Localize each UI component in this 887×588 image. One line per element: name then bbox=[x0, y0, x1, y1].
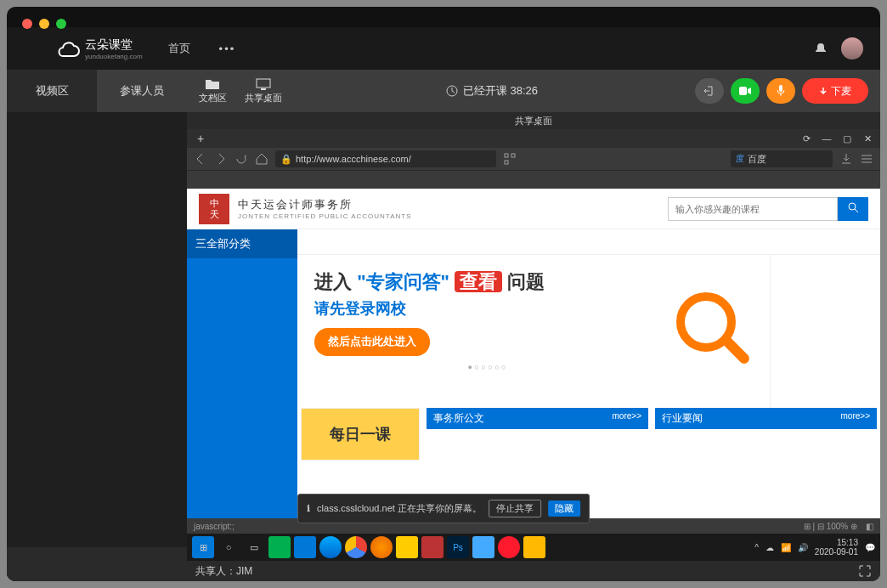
chrome-icon[interactable] bbox=[345, 536, 367, 558]
taskview-icon[interactable]: ▭ bbox=[243, 536, 265, 558]
window-min[interactable]: — bbox=[817, 131, 836, 146]
notifications-icon[interactable]: 💬 bbox=[865, 543, 875, 552]
ps-icon[interactable]: Ps bbox=[447, 536, 469, 558]
window-max[interactable]: ▢ bbox=[838, 131, 856, 146]
roles-panel bbox=[770, 255, 880, 408]
camera-button[interactable] bbox=[731, 78, 760, 104]
class-status-text: 已经开课 38:26 bbox=[463, 83, 538, 99]
split-icon[interactable]: ◧ bbox=[866, 522, 873, 531]
reload-icon[interactable] bbox=[234, 152, 248, 166]
news1-header: 事务所公文 bbox=[433, 411, 484, 426]
hero-q2: " bbox=[441, 271, 449, 292]
tray-up-icon[interactable]: ^ bbox=[754, 543, 759, 552]
nav-more[interactable]: ••• bbox=[207, 27, 248, 70]
qr-icon[interactable] bbox=[503, 152, 517, 166]
zoom-controls[interactable]: ⊞ | ⊟ 100% ⊕ bbox=[804, 522, 857, 531]
hero-expert: 专家问答 bbox=[366, 271, 441, 292]
news2-more[interactable]: more>> bbox=[841, 411, 870, 426]
down-mic-button[interactable]: 下麦 bbox=[802, 78, 868, 104]
edge-icon[interactable] bbox=[319, 536, 342, 558]
back-icon[interactable] bbox=[194, 152, 207, 166]
hero-q1: " bbox=[357, 271, 365, 292]
svg-rect-3 bbox=[739, 87, 747, 95]
mac-max[interactable] bbox=[56, 19, 66, 29]
tab-participants[interactable]: 参课人员 bbox=[97, 70, 187, 112]
app-icon[interactable] bbox=[421, 536, 444, 558]
nav-首页[interactable]: 首页 bbox=[156, 27, 202, 70]
menu-icon[interactable] bbox=[860, 152, 873, 166]
toolbar-row: 视频区 参课人员 文档区 共享桌面 已经开课 38:26 下麦 bbox=[7, 70, 880, 112]
brand-name: 中天运会计师事务所 bbox=[238, 197, 412, 212]
clock[interactable]: 15:13 2020-09-01 bbox=[815, 538, 858, 557]
tray-wifi-icon[interactable]: 📶 bbox=[781, 543, 791, 552]
app-icon[interactable] bbox=[294, 536, 316, 558]
svg-rect-4 bbox=[779, 85, 782, 92]
search-icon[interactable]: ○ bbox=[218, 536, 240, 558]
app-icon[interactable] bbox=[396, 536, 418, 558]
tool-share-desktop[interactable]: 共享桌面 bbox=[238, 75, 289, 108]
new-tab-button[interactable]: + bbox=[192, 132, 209, 145]
category-header: 三全部分类 bbox=[187, 229, 297, 258]
hero-button[interactable]: 然后点击此处进入 bbox=[314, 328, 430, 356]
clock-icon bbox=[446, 85, 458, 97]
explorer-icon[interactable] bbox=[523, 536, 545, 558]
tray-onedrive-icon[interactable]: ☁ bbox=[766, 543, 774, 552]
tool-share-label: 共享桌面 bbox=[245, 93, 282, 103]
hero-banner: 进入 "专家问答" 查看 问题 请先登录网校 然后点击此处进入 ● ○ ○ ○ … bbox=[314, 267, 659, 396]
brand-sub: JONTEN CERTIFIED PUBLIC ACCOUNTANTS bbox=[238, 212, 412, 220]
svg-rect-0 bbox=[257, 79, 270, 88]
windows-taskbar: ⊞ ○ ▭ Ps ^ ☁ bbox=[187, 534, 880, 561]
tray-vol-icon[interactable]: 🔊 bbox=[798, 543, 808, 552]
start-button[interactable]: ⊞ bbox=[192, 536, 214, 558]
opera-icon[interactable] bbox=[498, 536, 520, 558]
download-icon[interactable] bbox=[839, 152, 853, 166]
firefox-icon[interactable] bbox=[370, 536, 393, 558]
clock-date: 2020-09-01 bbox=[815, 547, 858, 557]
browser-search[interactable]: 度 百度 bbox=[731, 150, 833, 167]
mic-button[interactable] bbox=[766, 78, 795, 104]
search-placeholder: 百度 bbox=[748, 153, 766, 166]
mac-min[interactable] bbox=[39, 19, 49, 29]
carousel-dots[interactable]: ● ○ ○ ○ ○ ○ bbox=[314, 361, 659, 373]
screen-share-dialog: ℹ class.csslcloud.net 正在共享你的屏幕。 停止共享 隐藏 bbox=[297, 494, 590, 523]
magnifier-icon bbox=[676, 292, 736, 352]
class-status: 已经开课 38:26 bbox=[446, 83, 538, 99]
app-icon[interactable] bbox=[268, 536, 291, 558]
search-button[interactable] bbox=[838, 197, 868, 221]
tool-documents[interactable]: 文档区 bbox=[187, 75, 238, 108]
tool-documents-label: 文档区 bbox=[199, 93, 227, 103]
brand-logo: 中天 bbox=[199, 194, 229, 224]
mac-close[interactable] bbox=[22, 19, 32, 29]
hide-share-button[interactable]: 隐藏 bbox=[548, 500, 580, 517]
logo-text: 云朵课堂 bbox=[85, 37, 143, 53]
daily-lesson-card[interactable]: 每日一课 bbox=[302, 409, 419, 460]
share-info-icon: ℹ bbox=[307, 503, 310, 514]
share-msg: class.csslcloud.net 正在共享你的屏幕。 bbox=[317, 502, 482, 515]
user-avatar[interactable] bbox=[841, 37, 863, 59]
sharer-label: 共享人：JIM bbox=[195, 564, 252, 579]
url-bar[interactable]: 🔒 http://www.accchinese.com/ bbox=[275, 150, 496, 167]
home-icon[interactable] bbox=[255, 152, 268, 166]
course-search-input[interactable] bbox=[668, 197, 838, 221]
forward-icon[interactable] bbox=[214, 152, 228, 166]
app-icon[interactable] bbox=[472, 536, 494, 558]
share-screen-title: 共享桌面 bbox=[187, 112, 880, 129]
svg-rect-5 bbox=[505, 154, 508, 157]
svg-rect-7 bbox=[505, 161, 508, 164]
category-sidebar: 三全部分类 bbox=[187, 229, 297, 518]
exit-button[interactable] bbox=[695, 78, 724, 104]
tab-video-area[interactable]: 视频区 bbox=[7, 70, 97, 112]
fullscreen-icon[interactable] bbox=[858, 564, 872, 578]
news1-more[interactable]: more>> bbox=[613, 411, 641, 426]
svg-point-8 bbox=[849, 203, 856, 210]
stop-share-button[interactable]: 停止共享 bbox=[489, 500, 541, 517]
hero-t1: 进入 bbox=[314, 271, 352, 292]
bell-icon[interactable] bbox=[814, 42, 828, 55]
down-mic-label: 下麦 bbox=[831, 84, 851, 99]
restore-tab-icon[interactable]: ⟳ bbox=[797, 131, 816, 146]
window-close[interactable]: ✕ bbox=[858, 131, 877, 146]
logo: 云朵课堂yunduoketang.com bbox=[58, 37, 143, 60]
bookmarks-bar bbox=[187, 170, 880, 189]
svg-rect-6 bbox=[511, 154, 515, 157]
connection-stats bbox=[7, 547, 187, 581]
